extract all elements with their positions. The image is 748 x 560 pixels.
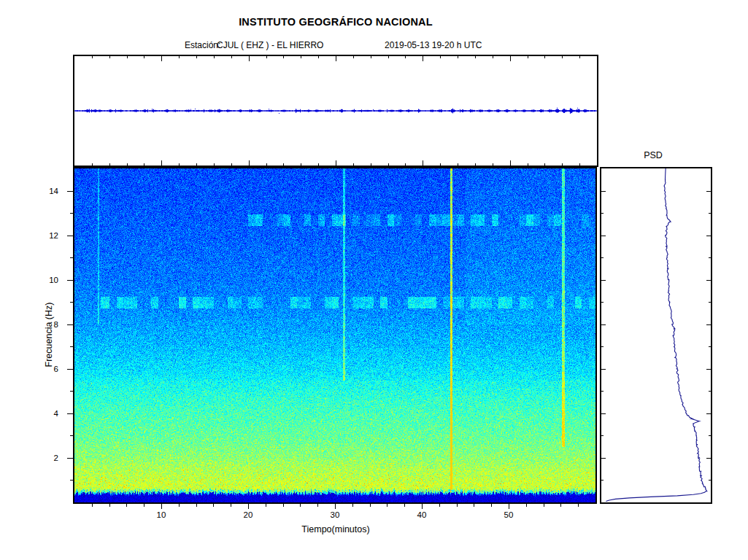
x-tick-label: 40 — [409, 510, 434, 521]
y-tick-label: 2 — [34, 453, 58, 464]
spectrogram-canvas — [74, 168, 595, 502]
x-minor-tick — [491, 504, 492, 507]
y-minor-tick — [70, 213, 73, 214]
x-minor-tick — [266, 504, 266, 507]
x-minor-tick — [179, 504, 180, 507]
x-minor-tick — [560, 504, 561, 507]
x-major-tick — [422, 504, 423, 509]
x-minor-tick — [404, 504, 405, 507]
y-tick-label: 14 — [34, 186, 58, 197]
y-major-tick — [67, 236, 73, 236]
x-major-tick — [248, 504, 249, 509]
x-minor-tick — [283, 504, 284, 507]
y-tick-label: 6 — [34, 364, 58, 375]
y-tick-label: 8 — [34, 319, 58, 330]
page-title: INSTITUTO GEOGRÁFICO NACIONAL — [80, 16, 591, 28]
x-major-tick — [509, 504, 509, 509]
page: INSTITUTO GEOGRÁFICO NACIONAL Estación: … — [0, 0, 748, 560]
y-major-tick — [67, 280, 73, 281]
x-minor-tick — [196, 504, 197, 507]
psd-title: PSD — [617, 150, 690, 160]
y-minor-tick — [70, 391, 73, 392]
y-minor-tick — [70, 435, 73, 436]
x-axis-label: Tiempo(minutos) — [226, 524, 445, 534]
x-minor-tick — [352, 504, 353, 507]
x-minor-tick — [457, 504, 458, 507]
y-major-tick — [67, 413, 73, 414]
y-tick-label: 10 — [34, 275, 58, 286]
y-minor-tick — [70, 257, 73, 258]
x-major-tick — [335, 504, 336, 509]
x-tick-label: 20 — [236, 510, 261, 521]
y-major-tick — [67, 458, 73, 459]
x-minor-tick — [213, 504, 214, 507]
y-minor-tick — [70, 302, 73, 303]
y-minor-tick — [70, 346, 73, 347]
x-minor-tick — [439, 504, 440, 507]
x-minor-tick — [300, 504, 301, 507]
x-minor-tick — [231, 504, 231, 507]
x-tick-label: 10 — [149, 510, 174, 521]
spectrogram-panel — [73, 167, 597, 504]
x-major-tick — [161, 504, 162, 509]
x-minor-tick — [126, 504, 127, 507]
y-major-tick — [67, 191, 73, 192]
x-minor-tick — [526, 504, 527, 507]
datetime-label: 2019-05-13 19-20 h UTC — [385, 40, 482, 50]
seismogram-panel — [73, 55, 598, 167]
station-label: Estación: — [185, 40, 220, 50]
x-minor-tick — [370, 504, 371, 507]
y-minor-tick — [70, 480, 73, 481]
x-minor-tick — [544, 504, 544, 507]
seismogram-canvas — [74, 56, 597, 166]
y-tick-label: 12 — [34, 230, 58, 241]
y-major-tick — [67, 369, 73, 370]
x-tick-label: 50 — [496, 510, 521, 521]
x-minor-tick — [317, 504, 318, 507]
y-major-tick — [67, 324, 73, 325]
x-tick-label: 30 — [323, 510, 347, 521]
y-tick-label: 4 — [34, 408, 58, 419]
psd-panel — [600, 167, 712, 504]
x-minor-tick — [144, 504, 144, 507]
psd-canvas — [601, 168, 711, 502]
x-minor-tick — [474, 504, 474, 507]
x-minor-tick — [109, 504, 110, 507]
x-minor-tick — [387, 504, 388, 507]
x-minor-tick — [92, 504, 93, 507]
station-value: CJUL ( EHZ ) - EL HIERRO — [217, 40, 323, 50]
x-minor-tick — [578, 504, 579, 507]
